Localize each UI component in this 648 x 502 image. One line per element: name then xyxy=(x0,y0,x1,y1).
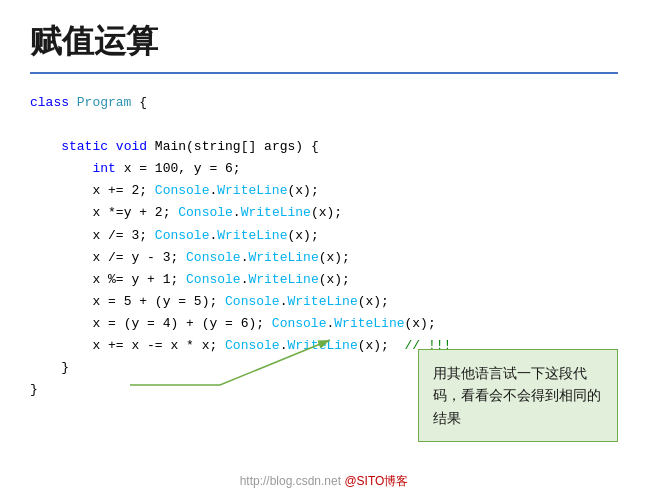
footer-text: http://blog.csdn.net @SITO博客 xyxy=(240,473,409,490)
code-line: x /= 3; Console.WriteLine(x); xyxy=(30,225,618,247)
code-line: int x = 100, y = 6; xyxy=(30,158,618,180)
code-line: static void Main(string[] args) { xyxy=(30,136,618,158)
code-line xyxy=(30,114,618,136)
title-divider xyxy=(30,72,618,74)
code-line: x += 2; Console.WriteLine(x); xyxy=(30,180,618,202)
code-line: class Program { xyxy=(30,92,618,114)
page-title: 赋值运算 xyxy=(30,20,618,64)
callout-container: 用其他语言试一下这段代码，看看会不会得到相同的结果 xyxy=(418,349,618,442)
code-line: x = 5 + (y = 5); Console.WriteLine(x); xyxy=(30,291,618,313)
page-container: 赋值运算 class Program { static void Main(st… xyxy=(0,0,648,502)
code-line: x /= y - 3; Console.WriteLine(x); xyxy=(30,247,618,269)
code-line: x %= y + 1; Console.WriteLine(x); xyxy=(30,269,618,291)
code-line: x = (y = 4) + (y = 6); Console.WriteLine… xyxy=(30,313,618,335)
footer-suffix: @SITO博客 xyxy=(344,474,408,488)
callout-text: 用其他语言试一下这段代码，看看会不会得到相同的结果 xyxy=(433,365,601,426)
code-line: x *=y + 2; Console.WriteLine(x); xyxy=(30,202,618,224)
callout-box: 用其他语言试一下这段代码，看看会不会得到相同的结果 xyxy=(418,349,618,442)
